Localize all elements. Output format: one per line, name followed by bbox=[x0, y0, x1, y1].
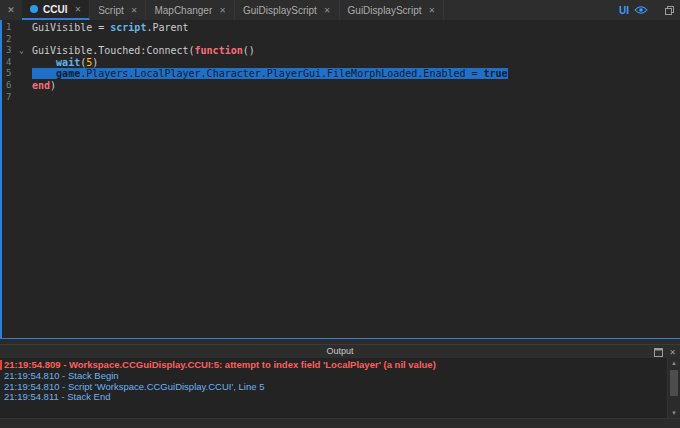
fold-spacer bbox=[15, 57, 28, 69]
token-plain: .Parent bbox=[146, 22, 188, 33]
scrollbar-thumb[interactable] bbox=[670, 370, 678, 396]
token-plain: () bbox=[243, 45, 255, 56]
tab-close-icon[interactable]: ✕ bbox=[219, 6, 226, 15]
gutter: 3⌄ bbox=[2, 45, 32, 57]
float-window-icon[interactable] bbox=[664, 5, 675, 16]
code-editor[interactable]: 1GuiVisible = script.Parent23⌄GuiVisible… bbox=[0, 20, 680, 339]
line-number: 7 bbox=[2, 92, 15, 104]
close-icon[interactable]: ✕ bbox=[0, 0, 22, 20]
ui-visibility-label[interactable]: UI bbox=[619, 5, 629, 16]
tab-mapchanger[interactable]: MapChanger✕ bbox=[146, 0, 235, 20]
tab-ccui[interactable]: CCUI✕ bbox=[22, 0, 90, 20]
output-line-info: 21:19:54.811 - Stack End bbox=[0, 392, 667, 403]
token-plain bbox=[32, 57, 56, 68]
line-number: 6 bbox=[2, 80, 15, 92]
scroll-up-icon[interactable]: ▲ bbox=[668, 358, 680, 368]
fold-spacer bbox=[15, 80, 28, 92]
gutter: 7 bbox=[2, 92, 32, 104]
gutter: 5 bbox=[2, 68, 32, 80]
output-header-controls: ✕ bbox=[654, 345, 676, 359]
fold-arrow-icon[interactable]: ⌄ bbox=[15, 45, 28, 57]
tab-guidisplayscript[interactable]: GuiDisplayScript✕ bbox=[340, 0, 445, 20]
tab-close-icon[interactable]: ✕ bbox=[428, 6, 435, 15]
token-builtin: script bbox=[110, 22, 146, 33]
code-line[interactable]: 6end) bbox=[2, 80, 680, 92]
code-line[interactable]: 4 wait(5) bbox=[2, 57, 680, 69]
tabbar-right-controls: UI bbox=[619, 0, 675, 20]
output-log: 21:19:54.809 - Workspace.CCGuiDisplay.CC… bbox=[0, 358, 667, 418]
horizontal-scrollbar-track[interactable] bbox=[0, 418, 680, 428]
fold-spacer bbox=[15, 34, 28, 46]
tab-guidisplayscript[interactable]: GuiDisplayScript✕ bbox=[235, 0, 340, 20]
tab-script[interactable]: Script✕ bbox=[90, 0, 146, 20]
gutter: 4 bbox=[2, 57, 32, 69]
tab-label: CCUI bbox=[43, 4, 67, 15]
gutter: 6 bbox=[2, 80, 32, 92]
tab-close-icon[interactable]: ✕ bbox=[324, 6, 331, 15]
output-line-info: 21:19:54.810 - Stack Begin bbox=[0, 371, 667, 382]
selected-text: game.Players.LocalPlayer.Character.Playe… bbox=[32, 68, 508, 79]
script-icon bbox=[30, 5, 38, 13]
tab-strip: CCUI✕Script✕MapChanger✕GuiDisplayScript✕… bbox=[22, 0, 444, 20]
token-keyword: end bbox=[32, 80, 50, 91]
token-plain: ) bbox=[92, 57, 98, 68]
token-plain: GuiVisible = bbox=[32, 22, 110, 33]
popout-window-icon[interactable] bbox=[654, 348, 663, 357]
line-number: 3 bbox=[2, 45, 15, 57]
tab-bar: ✕ CCUI✕Script✕MapChanger✕GuiDisplayScrip… bbox=[0, 0, 680, 20]
token-plain: GuiVisible.Touched:Connect( bbox=[32, 45, 195, 56]
line-number: 1 bbox=[2, 22, 15, 34]
token-builtin: game bbox=[56, 68, 80, 79]
tab-label: GuiDisplayScript bbox=[348, 5, 422, 16]
code-line[interactable]: 7 bbox=[2, 92, 680, 104]
code-text: wait(5) bbox=[32, 57, 98, 69]
token-plain bbox=[32, 68, 56, 79]
token-builtin: wait bbox=[56, 57, 80, 68]
output-panel-header: Output ✕ bbox=[0, 344, 680, 358]
tab-close-icon[interactable]: ✕ bbox=[131, 6, 138, 15]
fold-spacer bbox=[15, 22, 28, 34]
error-marker bbox=[0, 360, 2, 370]
code-text: game.Players.LocalPlayer.Character.Playe… bbox=[32, 68, 508, 80]
gutter: 2 bbox=[2, 34, 32, 46]
token-plain: .Players.LocalPlayer.Character.PlayerGui… bbox=[80, 68, 483, 79]
tab-label: MapChanger bbox=[154, 5, 212, 16]
token-bool: true bbox=[484, 68, 508, 79]
output-panel-title: Output bbox=[0, 345, 680, 358]
tab-label: GuiDisplayScript bbox=[243, 5, 317, 16]
code-text: GuiVisible = script.Parent bbox=[32, 22, 189, 34]
line-number: 4 bbox=[2, 57, 15, 69]
code-line[interactable]: 5 game.Players.LocalPlayer.Character.Pla… bbox=[2, 68, 680, 80]
code-line[interactable]: 2 bbox=[2, 34, 680, 46]
token-keyword: function bbox=[195, 45, 243, 56]
code-line[interactable]: 3⌄GuiVisible.Touched:Connect(function() bbox=[2, 45, 680, 57]
line-number: 5 bbox=[2, 68, 15, 80]
eye-icon[interactable] bbox=[634, 5, 648, 15]
fold-spacer bbox=[15, 92, 28, 104]
code-text: GuiVisible.Touched:Connect(function() bbox=[32, 45, 255, 57]
scroll-down-icon[interactable]: ▼ bbox=[668, 408, 680, 418]
token-plain: ) bbox=[50, 80, 56, 91]
tab-close-icon[interactable]: ✕ bbox=[74, 5, 81, 14]
output-scrollbar[interactable]: ▲ ▼ bbox=[667, 358, 680, 418]
tab-label: Script bbox=[98, 5, 124, 16]
code-line[interactable]: 1GuiVisible = script.Parent bbox=[2, 22, 680, 34]
code-text: end) bbox=[32, 80, 56, 92]
line-number: 2 bbox=[2, 34, 15, 46]
fold-spacer bbox=[15, 68, 28, 80]
close-output-icon[interactable]: ✕ bbox=[669, 348, 676, 357]
gutter: 1 bbox=[2, 22, 32, 34]
